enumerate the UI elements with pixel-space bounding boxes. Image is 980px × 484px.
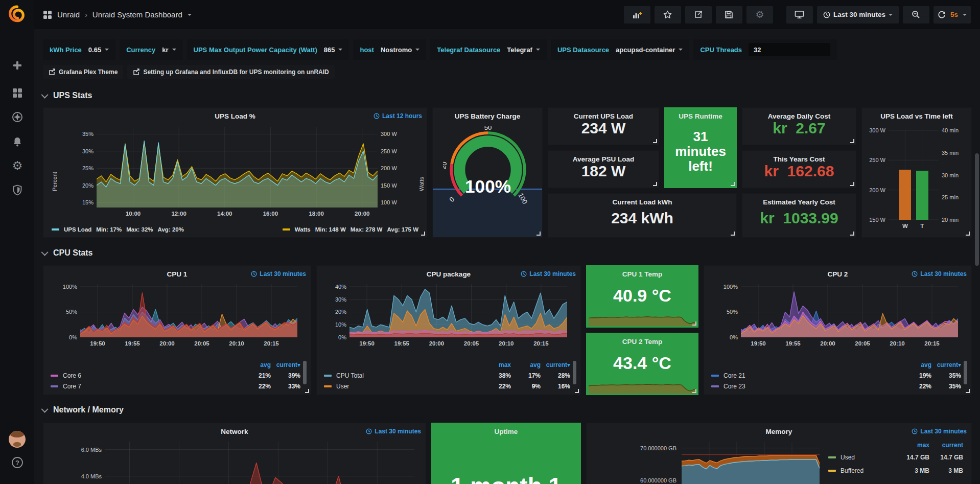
time-range-picker[interactable]: Last 30 minutes [817, 6, 899, 24]
star-dashboard-button[interactable] [655, 6, 681, 24]
variable-ups-max-watt[interactable]: UPS Max Output Power Capacity (Watt) 865 [187, 39, 349, 60]
legend-series-name[interactable]: Used [828, 454, 896, 461]
variable-currency[interactable]: Currency kr [120, 39, 182, 60]
panel-time-override[interactable]: Last 30 minutes [912, 428, 967, 435]
legend-series-name[interactable]: Core 7 [51, 383, 241, 390]
panel-time-override[interactable]: Last 30 minutes [366, 428, 421, 435]
chart-canvas [105, 442, 414, 484]
stat-title[interactable]: Average Daily Cost [742, 112, 856, 120]
network-chart[interactable] [105, 442, 414, 484]
sidebar-item-configuration[interactable]: ⚙ [11, 159, 24, 172]
cpu2-chart[interactable] [741, 284, 958, 337]
legend-sort-current[interactable]: current▾ [271, 361, 300, 368]
panel-title[interactable]: UPS Load % [43, 112, 427, 120]
page-scrollbar[interactable] [975, 153, 979, 266]
stat-title[interactable]: Current UPS Load [548, 112, 659, 120]
legend-sort-avg[interactable]: avg [902, 361, 931, 368]
dashboard-grid-icon[interactable] [43, 10, 52, 19]
user-avatar[interactable] [9, 431, 26, 448]
variable-ups-datasource[interactable]: UPS Datasource apcupsd-container [551, 39, 689, 60]
legend-row: Buffered 3 MB 3 MB [828, 464, 963, 477]
share-icon [694, 10, 703, 19]
panel-time-override[interactable]: Last 30 minutes [251, 270, 306, 278]
sidebar-item-help[interactable]: ? [11, 456, 24, 469]
stat-title[interactable]: CPU 2 Temp [587, 338, 698, 345]
cpu-package-chart[interactable] [349, 284, 567, 337]
panel-time-override[interactable]: Last 12 hours [374, 112, 422, 120]
legend-sort-current[interactable]: current▾ [541, 361, 570, 368]
sidebar-item-dashboards[interactable] [11, 87, 24, 99]
breadcrumb-app[interactable]: Unraid [57, 10, 80, 19]
stat-title[interactable]: This Years Cost [742, 155, 856, 163]
axis-tick-label: 19:55 [785, 340, 800, 347]
section-header-ups-stats[interactable]: UPS Stats [43, 91, 92, 100]
stat-title[interactable]: Current Load kWh [548, 198, 736, 206]
bar-chart-grid[interactable] [889, 130, 939, 220]
bar-time-left[interactable] [916, 171, 929, 220]
legend-scrollbar[interactable] [303, 361, 307, 384]
share-dashboard-button[interactable] [685, 6, 712, 24]
legend-watts[interactable]: Watts Min: 148 W Max: 278 W Avg: 175 W [283, 226, 418, 233]
legend-series-name[interactable]: Core 6 [51, 372, 241, 379]
grafana-logo[interactable] [7, 4, 28, 25]
breadcrumb-page-title[interactable]: Unraid System Dashboard [92, 10, 182, 19]
save-dashboard-button[interactable] [716, 6, 742, 24]
legend-sort-avg[interactable]: avg [511, 361, 541, 368]
legend-sort-current[interactable]: current▾ [931, 361, 961, 368]
legend-scrollbar[interactable] [573, 361, 576, 384]
variable-kwh-price[interactable]: kWh Price 0.65 [43, 39, 115, 60]
refresh-controls[interactable]: 5s [934, 6, 971, 24]
bar-watts[interactable] [899, 170, 912, 220]
memory-chart[interactable] [682, 442, 820, 484]
panel-time-override[interactable]: Last 30 minutes [912, 270, 967, 278]
legend-ups-load[interactable]: UPS Load Min: 17% Max: 32% Avg: 20% [52, 226, 184, 233]
link-grafana-plex-theme[interactable]: Grafana Plex Theme [43, 65, 123, 79]
cpu-threads-input[interactable]: 32 [749, 43, 830, 56]
sidebar-item-create[interactable] [11, 59, 24, 72]
axis-tick-label: 19:55 [394, 340, 409, 347]
legend-sort-max[interactable]: max [896, 442, 929, 449]
legend-series-name[interactable]: User [324, 383, 481, 390]
variable-telegraf-datasource[interactable]: Telegraf Datasource Telegraf [430, 39, 547, 60]
y-axis-left: 100%50%0% [49, 284, 77, 337]
legend-series-name[interactable]: Buffered [828, 467, 896, 474]
section-header-cpu-stats[interactable]: CPU Stats [43, 248, 92, 258]
legend-series-name[interactable]: UPS Load [64, 226, 91, 233]
panel-title[interactable]: UPS Load vs Time left [862, 112, 971, 120]
legend-series-name[interactable]: Core 23 [711, 383, 902, 390]
dashboard-settings-button[interactable]: ⚙ [746, 6, 773, 24]
sidebar-item-explore[interactable] [11, 111, 24, 123]
sidebar-item-alerting[interactable] [11, 135, 24, 148]
stat-value: 234 W [548, 120, 659, 137]
stat-title[interactable]: Uptime [432, 428, 580, 435]
zoom-out-time-button[interactable] [903, 6, 929, 24]
legend-row: Core 7 22% 33% [51, 381, 300, 391]
legend-scrollbar[interactable] [964, 361, 967, 384]
stat-title[interactable]: Estimated Yearly Cost [742, 198, 856, 206]
legend-sort-max[interactable]: max [481, 361, 511, 368]
link-ups-monitoring-guide[interactable]: Setting up Grafana and InfluxDB for UPS … [127, 65, 334, 79]
cycle-view-mode-button[interactable] [786, 6, 813, 24]
stat-title[interactable]: UPS Runtime [665, 112, 736, 120]
legend-series-name[interactable]: Core 21 [711, 372, 902, 379]
legend-series-name[interactable]: Watts [295, 226, 311, 233]
section-header-network-memory[interactable]: Network / Memory [43, 405, 124, 414]
legend-sort-current[interactable]: current [929, 442, 963, 449]
panel-time-override[interactable]: Last 30 minutes [521, 270, 576, 278]
variable-host[interactable]: host Nostromo [353, 39, 426, 60]
axis-tick-label: 20% [335, 309, 346, 315]
legend-current-value: 35% [931, 383, 961, 390]
stat-title[interactable]: CPU 1 Temp [587, 270, 698, 278]
cpu1-chart[interactable] [80, 284, 297, 337]
axis-tick-label: 15% [82, 199, 94, 205]
axis-tick-label: 20:05 [855, 340, 870, 347]
panel-title[interactable]: UPS Battery Charge [433, 112, 542, 120]
sidebar-item-server-admin[interactable] [11, 184, 24, 196]
legend-sort-avg[interactable]: avg [241, 361, 271, 368]
add-panel-button[interactable] [624, 6, 650, 24]
variable-value: kr [162, 46, 168, 54]
ups-load-chart[interactable] [97, 127, 378, 208]
legend-series-name[interactable]: CPU Total [324, 372, 481, 379]
stat-title[interactable]: Average PSU Load [548, 155, 659, 163]
breadcrumb-caret-icon[interactable] [188, 14, 192, 16]
